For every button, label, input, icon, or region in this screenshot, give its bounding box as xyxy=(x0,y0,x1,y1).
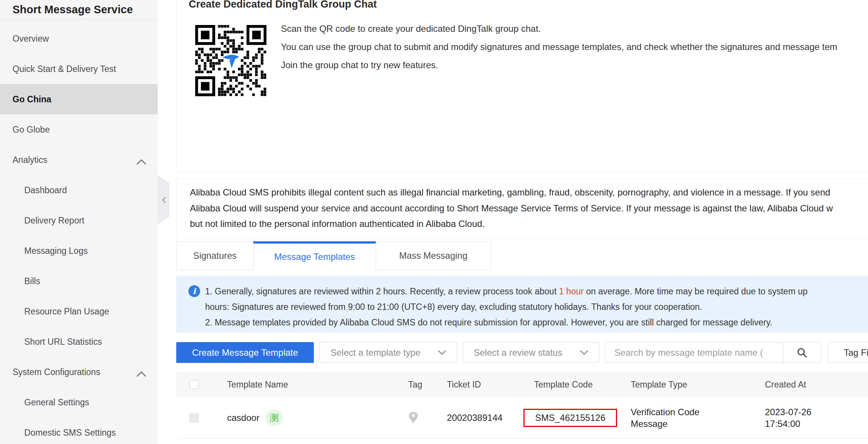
sidebar-item-short-url-statistics[interactable]: Short URL Statistics xyxy=(0,327,158,357)
sidebar-item-messaging-logs[interactable]: Messaging Logs xyxy=(0,236,158,266)
row-checkbox[interactable] xyxy=(190,413,199,422)
col-tag: Tag xyxy=(408,372,422,397)
sidebar-item-quick-start[interactable]: Quick Start & Delivery Test xyxy=(0,54,158,84)
search-button[interactable] xyxy=(783,342,821,363)
info-line-1: 1. Generally, signatures are reviewed wi… xyxy=(205,286,808,298)
col-created-at: Created At xyxy=(765,372,806,397)
dingtalk-card-title: Create Dedicated DingTalk Group Chat xyxy=(189,0,377,10)
table-header: Template Name Tag Ticket ID Template Cod… xyxy=(176,372,868,397)
tab-message-templates[interactable]: Message Templates xyxy=(253,241,376,270)
chevron-up-icon[interactable] xyxy=(136,157,146,163)
review-info-banner: i 1. Generally, signatures are reviewed … xyxy=(176,276,868,333)
col-template-code: Template Code xyxy=(534,372,593,397)
sidebar-item-general-settings[interactable]: General Settings xyxy=(0,387,158,417)
chevron-left-icon xyxy=(161,196,167,204)
sidebar-item-bills[interactable]: Bills xyxy=(0,266,158,296)
created-at-value: 2023-07-26 17:54:00 xyxy=(765,406,822,430)
sidebar-title: Short Message Service xyxy=(0,0,158,20)
search-input[interactable] xyxy=(605,342,783,363)
template-name-value: casdoor xyxy=(227,413,259,423)
sidebar-item-go-globe[interactable]: Go Globe xyxy=(0,114,158,145)
col-template-name: Template Name xyxy=(227,372,288,397)
tab-signatures[interactable]: Signatures xyxy=(176,241,254,270)
info-line-2: hours: Signatures are reviewed from 9:00… xyxy=(205,302,702,313)
sidebar-item-resource-plan-usage[interactable]: Resource Plan Usage xyxy=(0,296,158,327)
create-message-template-button[interactable]: Create Message Template xyxy=(176,342,314,363)
test-badge: 测 xyxy=(265,409,283,427)
dingtalk-card: Create Dedicated DingTalk Group Chat Sca… xyxy=(176,0,868,172)
sidebar-item-dashboard[interactable]: Dashboard xyxy=(0,175,158,205)
review-time-highlight: 1 hour xyxy=(559,286,584,296)
compliance-line-1: Alibaba Cloud SMS prohibits illegal cont… xyxy=(190,187,830,198)
sidebar-item-system-configurations[interactable]: System Configurations xyxy=(0,357,158,387)
col-ticket-id: Ticket ID xyxy=(447,372,481,397)
tab-mass-messaging[interactable]: Mass Messaging xyxy=(376,241,491,270)
sidebar-nav: Overview Quick Start & Delivery Test Go … xyxy=(0,23,158,444)
sidebar-collapse-handle[interactable] xyxy=(158,175,169,225)
tab-bar: Signatures Message Templates Mass Messag… xyxy=(176,241,490,270)
compliance-line-2: Alibaba Cloud will suspend your service … xyxy=(190,203,833,214)
table-row: casdoor 测 20020389144 SMS_462155126 Veri… xyxy=(176,397,868,439)
dingtalk-line-1: Scan the QR code to create your dedicate… xyxy=(281,23,541,36)
dingtalk-line-3: Join the group chat to try new features. xyxy=(281,60,438,72)
template-code-highlight-box: SMS_462155126 xyxy=(523,409,617,427)
select-all-checkbox[interactable] xyxy=(190,380,199,389)
sidebar: Short Message Service Overview Quick Sta… xyxy=(0,0,158,444)
review-status-dropdown[interactable]: Select a review status xyxy=(463,342,599,363)
ticket-id-value: 20020389144 xyxy=(447,397,503,438)
sidebar-item-domestic-sms-settings[interactable]: Domestic SMS Settings xyxy=(0,417,158,444)
compliance-notice: Alibaba Cloud SMS prohibits illegal cont… xyxy=(176,178,868,239)
sidebar-item-analytics[interactable]: Analytics xyxy=(0,145,158,175)
tag-icon[interactable] xyxy=(408,412,418,424)
tag-filter-button[interactable]: Tag Filter xyxy=(828,342,868,363)
info-icon: i xyxy=(188,285,200,297)
sidebar-item-delivery-report[interactable]: Delivery Report xyxy=(0,205,158,236)
compliance-line-3: but not limited to the personal informat… xyxy=(190,219,485,229)
template-type-value: Verification Code Message xyxy=(631,406,718,430)
dingtalk-line-2: You can use the group chat to submit and… xyxy=(281,42,837,54)
sidebar-item-go-china[interactable]: Go China xyxy=(0,84,158,114)
col-template-type: Template Type xyxy=(631,372,687,397)
sidebar-item-overview[interactable]: Overview xyxy=(0,23,158,54)
chevron-down-icon xyxy=(438,350,446,355)
dingtalk-qr-code xyxy=(195,25,266,96)
template-code-value: SMS_462155126 xyxy=(535,413,605,423)
sms-console-page: Short Message Service Overview Quick Sta… xyxy=(0,0,868,444)
search-icon xyxy=(796,347,808,358)
chevron-down-icon xyxy=(580,350,588,355)
template-type-dropdown[interactable]: Select a template type xyxy=(320,342,457,363)
chevron-up-icon[interactable] xyxy=(136,369,146,375)
info-line-3: 2. Message templates provided by Alibaba… xyxy=(205,317,772,329)
